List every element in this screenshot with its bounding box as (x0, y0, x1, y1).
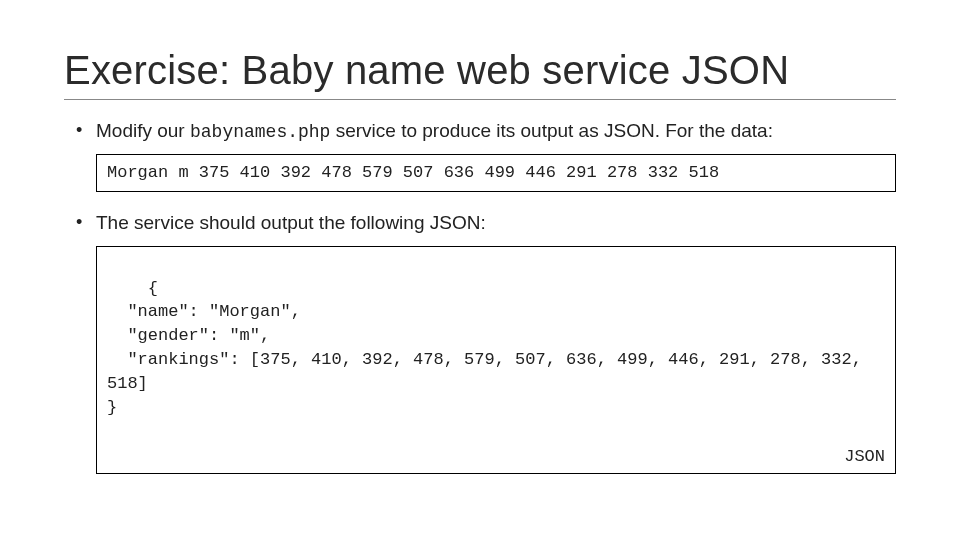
bullet-output: The service should output the following … (64, 210, 896, 236)
data-input-box: Morgan m 375 410 392 478 579 507 636 499… (96, 154, 896, 192)
bullet-modify-pre: Modify our (96, 120, 190, 141)
json-output-box: { "name": "Morgan", "gender": "m", "rank… (96, 246, 896, 474)
json-output-text: { "name": "Morgan", "gender": "m", "rank… (107, 279, 872, 417)
code-filename: babynames.php (190, 122, 330, 142)
bullet-list-2: The service should output the following … (64, 210, 896, 236)
json-label: JSON (844, 445, 885, 469)
bullet-list: Modify our babynames.php service to prod… (64, 118, 896, 144)
title-rule (64, 99, 896, 100)
bullet-modify-post: service to produce its output as JSON. F… (330, 120, 773, 141)
slide-title: Exercise: Baby name web service JSON (64, 48, 896, 93)
slide: Exercise: Baby name web service JSON Mod… (0, 0, 960, 540)
bullet-modify: Modify our babynames.php service to prod… (64, 118, 896, 144)
